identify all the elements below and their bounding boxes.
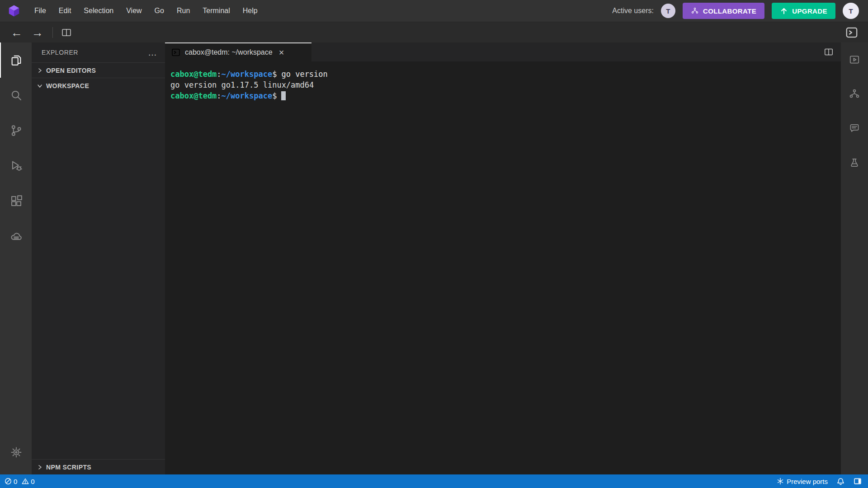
section-label: NPM SCRIPTS	[46, 464, 91, 471]
menu-edit[interactable]: Edit	[52, 0, 78, 22]
back-button[interactable]: ←	[6, 27, 27, 38]
activity-explorer[interactable]	[0, 42, 32, 78]
menubar: File Edit Selection View Go Run Terminal…	[0, 0, 868, 22]
terminal-prompt-path: ~/workspace	[222, 91, 273, 100]
collaboration-panel-button[interactable]	[841, 77, 868, 111]
terminal-prompt-separator: :	[217, 70, 221, 79]
ports-asterisk-icon	[777, 478, 784, 485]
menu-run[interactable]: Run	[170, 0, 196, 22]
source-control-icon	[9, 124, 23, 137]
activity-settings[interactable]	[0, 435, 32, 470]
activity-cloud-servers[interactable]	[0, 219, 32, 254]
errors-icon	[5, 478, 12, 485]
codeanywhere-logo-icon	[7, 4, 21, 18]
tab-bar: cabox@tedm: ~/workspace ×	[165, 42, 841, 61]
section-label: WORKSPACE	[46, 82, 89, 89]
upgrade-button[interactable]: UPGRADE	[772, 3, 835, 19]
explorer-sidebar: EXPLORER … OPEN EDITORS WORKSPACE	[32, 42, 165, 474]
section-label: OPEN EDITORS	[46, 67, 96, 74]
chevron-right-icon	[36, 67, 43, 74]
tab-close-icon[interactable]: ×	[279, 47, 284, 58]
extensions-icon	[9, 194, 23, 208]
errors-count: 0	[14, 478, 17, 485]
preview-panel-button[interactable]	[841, 42, 868, 77]
open-terminal-panel-button[interactable]	[842, 24, 862, 41]
comments-panel-button[interactable]	[841, 111, 868, 145]
terminal-tab-icon	[171, 48, 180, 57]
tests-panel-button[interactable]	[841, 145, 868, 180]
activity-run-debug[interactable]	[0, 148, 32, 183]
warnings-icon	[22, 478, 29, 485]
menu-file[interactable]: File	[28, 0, 52, 22]
activity-source-control[interactable]	[0, 113, 32, 148]
search-icon	[9, 89, 23, 102]
toggle-panel-button[interactable]	[854, 477, 862, 485]
terminal-tab-title: cabox@tedm: ~/workspace	[185, 48, 273, 56]
cloud-servers-icon	[9, 230, 23, 243]
ide-window: File Edit Selection View Go Run Terminal…	[0, 0, 868, 488]
preview-play-icon	[849, 54, 860, 66]
activity-bar	[0, 42, 32, 474]
statusbar-right: Preview ports	[777, 477, 862, 485]
chevron-right-icon	[36, 464, 43, 471]
toolbar-divider	[52, 27, 53, 38]
preview-ports-label: Preview ports	[787, 478, 828, 485]
menu-selection[interactable]: Selection	[77, 0, 120, 22]
notifications-button[interactable]	[837, 478, 844, 485]
section-npm-scripts[interactable]: NPM SCRIPTS	[32, 459, 165, 474]
terminal-output: go version go1.17.5 linux/amd64	[170, 80, 835, 90]
warnings-count: 0	[31, 478, 34, 485]
terminal-command: go version	[281, 70, 327, 79]
terminal-box-icon	[845, 26, 858, 39]
collaborate-button-label: COLLABORATE	[703, 7, 756, 15]
preview-ports-button[interactable]: Preview ports	[777, 478, 828, 485]
problems-indicator[interactable]: 0 0	[5, 478, 35, 485]
menu-terminal[interactable]: Terminal	[196, 0, 236, 22]
activity-search[interactable]	[0, 78, 32, 113]
main-area: EXPLORER … OPEN EDITORS WORKSPACE	[0, 42, 868, 474]
terminal-line: cabox@tedm:~/workspace$go version	[170, 69, 835, 80]
menu-items: File Edit Selection View Go Run Terminal…	[28, 0, 264, 22]
bell-icon	[837, 478, 844, 485]
more-actions-icon[interactable]: …	[148, 50, 157, 55]
terminal-prompt-symbol: $	[272, 70, 277, 79]
collaboration-people-icon	[849, 88, 860, 100]
active-user-avatar[interactable]: T	[661, 4, 675, 18]
collaborate-button[interactable]: COLLABORATE	[683, 3, 764, 19]
terminal[interactable]: cabox@tedm:~/workspace$go version go ver…	[165, 61, 841, 474]
active-users-label: Active users:	[612, 7, 654, 15]
sidebar-title: EXPLORER	[42, 49, 78, 56]
navigation-toolbar: ← →	[0, 22, 868, 42]
terminal-prompt-user: cabox@tedm	[170, 70, 217, 79]
run-debug-icon	[9, 159, 23, 173]
menubar-right: Active users: T COLLABORATE UPGRADE T	[612, 3, 868, 19]
menu-go[interactable]: Go	[148, 0, 170, 22]
status-bar: 0 0 Preview ports	[0, 474, 868, 488]
activity-extensions[interactable]	[0, 183, 32, 219]
terminal-line: cabox@tedm:~/workspace$	[170, 90, 835, 101]
tabbar-empty	[311, 42, 824, 61]
split-editor-button[interactable]	[57, 25, 75, 40]
terminal-prompt-symbol: $	[272, 91, 277, 100]
terminal-prompt-user: cabox@tedm	[170, 91, 217, 100]
collaborate-people-icon	[691, 7, 699, 15]
profile-avatar[interactable]: T	[843, 3, 859, 19]
sidebar-empty-area	[32, 93, 165, 459]
section-workspace[interactable]: WORKSPACE	[32, 78, 165, 93]
section-open-editors[interactable]: OPEN EDITORS	[32, 62, 165, 78]
right-bar	[841, 42, 868, 474]
gear-icon	[10, 446, 23, 459]
forward-button[interactable]: →	[27, 27, 48, 38]
app-logo	[0, 4, 28, 18]
editor-area: cabox@tedm: ~/workspace × cabox@tedm:~/w…	[165, 42, 841, 474]
split-columns-icon	[61, 27, 72, 38]
chevron-down-icon	[36, 82, 43, 89]
terminal-prompt-path: ~/workspace	[222, 70, 273, 79]
terminal-cursor	[281, 91, 286, 100]
terminal-tab[interactable]: cabox@tedm: ~/workspace ×	[165, 42, 311, 61]
menu-view[interactable]: View	[120, 0, 148, 22]
menu-help[interactable]: Help	[236, 0, 264, 22]
comment-icon	[849, 122, 860, 134]
split-columns-icon	[824, 47, 834, 57]
split-editor-action[interactable]	[824, 42, 841, 61]
